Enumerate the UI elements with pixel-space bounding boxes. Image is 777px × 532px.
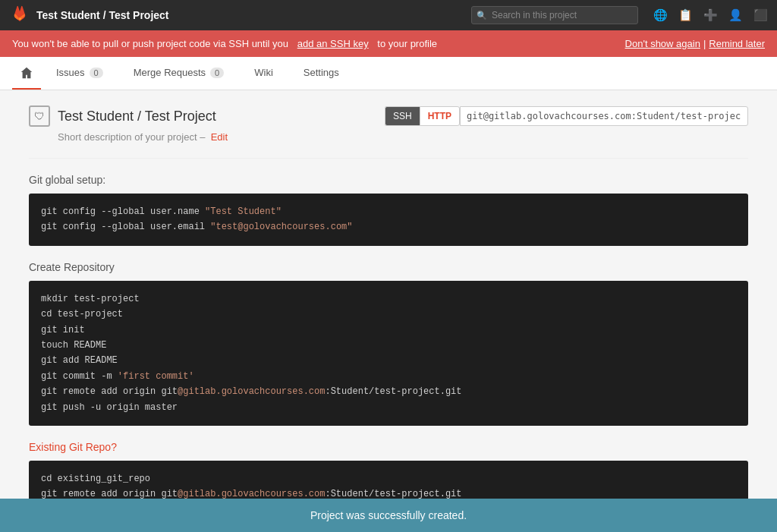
search-icon: 🔍 [477,11,487,20]
signout-icon[interactable]: ⬛ [753,8,768,22]
existing-repo-title: Existing Git Repo? [29,441,748,453]
main-content: 🛡 Test Student / Test Project SSH HTTP S… [17,105,760,532]
wiki-label: Wiki [254,67,273,78]
code-git-add: git add README [41,353,736,368]
alert-text-after: to your profile [377,38,437,49]
project-shield-icon: 🛡 [29,105,50,127]
nav-settings[interactable]: Settings [288,57,354,90]
nav-wiki[interactable]: Wiki [239,57,288,90]
remind-later-link[interactable]: Remind later [709,38,765,49]
create-repo-title: Create Repository [29,261,748,273]
settings-label: Settings [304,67,339,78]
home-nav-item[interactable] [12,57,41,90]
code-cd-existing: cd existing_git_repo [41,471,736,486]
sub-navigation: Issues 0 Merge Requests 0 Wiki Settings [0,57,777,90]
ssh-http-selector: SSH HTTP [385,106,748,126]
code-git-remote: git remote add origin git@gitlab.golovac… [41,384,736,399]
sub-nav-items: Issues 0 Merge Requests 0 Wiki Settings [41,57,765,90]
project-title: Test Student / Test Project [58,109,216,124]
user-icon[interactable]: 👤 [728,8,743,22]
home-icon [20,66,33,80]
add-ssh-key-link[interactable]: add an SSH key [297,38,369,49]
code-mkdir: mkdir test-project [41,291,736,307]
http-button[interactable]: HTTP [420,106,460,126]
top-navigation: Test Student / Test Project 🔍 🌐 📋 ➕ 👤 ⬛ [0,0,777,30]
alert-actions: Don't show again | Remind later [625,38,765,49]
copy-icon[interactable]: 📋 [678,8,693,22]
nav-project-title: Test Student / Test Project [36,9,169,21]
nav-icons: 🌐 📋 ➕ 👤 ⬛ [653,8,768,22]
merge-requests-label: Merge Requests [134,67,206,78]
merge-requests-badge: 0 [210,68,224,78]
dont-show-again-link[interactable]: Don't show again [625,38,700,49]
search-input[interactable] [471,6,638,24]
code-git-commit: git commit -m 'first commit' [41,369,736,384]
alert-separator: | [703,38,706,49]
code-git-push: git push -u origin master [41,400,736,415]
section-divider [29,158,748,159]
plus-icon[interactable]: ➕ [703,8,718,22]
code-git-init: git init [41,323,736,338]
footer-message: Project was successfully created. [310,509,467,521]
alert-text: You won't be able to pull or push projec… [12,38,288,49]
project-title-wrap: 🛡 Test Student / Test Project [29,105,216,127]
issues-badge: 0 [90,68,103,78]
globe-icon[interactable]: 🌐 [653,8,668,22]
alert-banner: You won't be able to pull or push projec… [0,30,777,57]
description-text: Short description of your project – [58,131,205,143]
code-cd: cd test-project [41,307,736,322]
code-line-1: git config --global user.name "Test Stud… [41,204,736,219]
project-description: Short description of your project – Edit [58,131,748,143]
search-container: 🔍 [471,6,638,24]
logo-link[interactable]: Test Student / Test Project [9,5,169,26]
issues-label: Issues [56,67,85,78]
project-header: 🛡 Test Student / Test Project SSH HTTP [29,105,748,127]
nav-merge-requests[interactable]: Merge Requests 0 [118,57,240,90]
create-repo-code: mkdir test-project cd test-project git i… [29,281,748,426]
footer-banner: Project was successfully created. [0,499,777,532]
code-line-2: git config --global user.email "test@gol… [41,219,736,235]
gitlab-logo-icon [9,5,30,26]
code-touch: touch README [41,338,736,353]
global-setup-title: Git global setup: [29,174,748,186]
nav-issues[interactable]: Issues 0 [41,57,118,90]
ssh-button[interactable]: SSH [385,106,420,126]
repo-url-input[interactable] [460,106,748,126]
edit-description-link[interactable]: Edit [211,131,228,143]
global-setup-code: git config --global user.name "Test Stud… [29,194,748,246]
